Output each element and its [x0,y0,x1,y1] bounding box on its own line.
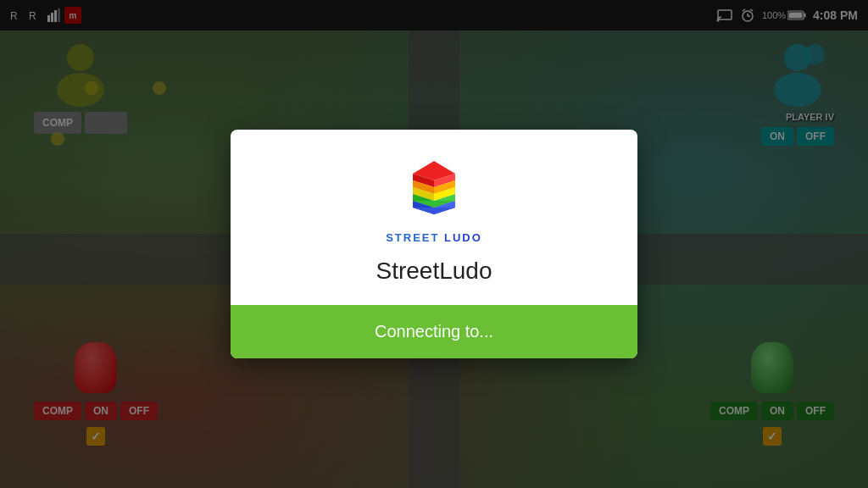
app-name-label: StreetLudo [376,258,492,285]
dialog-footer: Connecting to... [231,305,637,358]
dialog: STREET LUDO StreetLudo Connecting to... [231,130,637,358]
logo-container: STREET LUDO [386,157,482,244]
svg-marker-34 [413,208,455,214]
logo-brand-text: STREET LUDO [386,231,482,244]
dialog-body: STREET LUDO StreetLudo [231,130,637,305]
app-logo-icon [400,157,468,225]
modal-overlay: STREET LUDO StreetLudo Connecting to... [0,0,868,488]
connecting-text: Connecting to... [248,322,620,341]
